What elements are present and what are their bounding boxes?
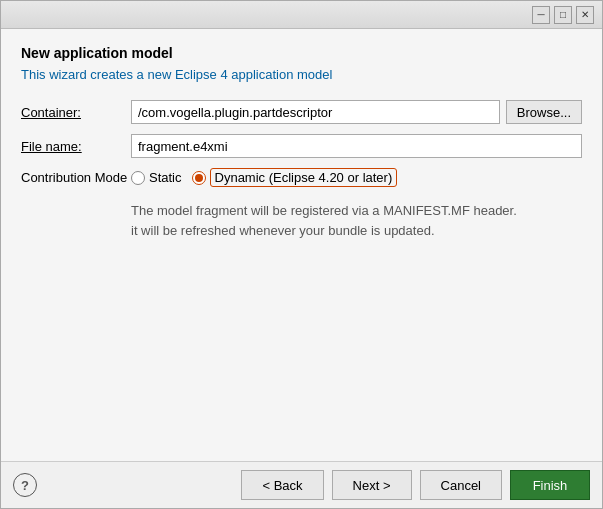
- button-row: ? < Back Next > Cancel Finish: [1, 461, 602, 508]
- dialog-window: ─ □ ✕ New application model This wizard …: [0, 0, 603, 509]
- container-row: Container: Browse...: [21, 100, 582, 124]
- static-radio[interactable]: [131, 171, 145, 185]
- dynamic-radio[interactable]: [192, 171, 206, 185]
- contribution-row: Contribution Mode Static Dynamic (Eclips…: [21, 168, 582, 187]
- maximize-button[interactable]: □: [554, 6, 572, 24]
- finish-button[interactable]: Finish: [510, 470, 590, 500]
- description-box: The model fragment will be registered vi…: [131, 201, 561, 240]
- back-button[interactable]: < Back: [241, 470, 323, 500]
- filename-label: File name:: [21, 139, 131, 154]
- radio-group: Static Dynamic (Eclipse 4.20 or later): [131, 168, 397, 187]
- description-line2: it will be refreshed whenever your bundl…: [131, 221, 561, 241]
- static-radio-item[interactable]: Static: [131, 170, 182, 185]
- dialog-subtitle: This wizard creates a new Eclipse 4 appl…: [21, 67, 582, 82]
- container-input[interactable]: [131, 100, 500, 124]
- container-label: Container:: [21, 105, 131, 120]
- help-button[interactable]: ?: [13, 473, 37, 497]
- close-button[interactable]: ✕: [576, 6, 594, 24]
- dialog-title: New application model: [21, 45, 582, 61]
- dynamic-radio-item[interactable]: Dynamic (Eclipse 4.20 or later): [192, 168, 398, 187]
- next-button[interactable]: Next >: [332, 470, 412, 500]
- cancel-button[interactable]: Cancel: [420, 470, 502, 500]
- dialog-content: New application model This wizard create…: [1, 29, 602, 461]
- filename-row: File name:: [21, 134, 582, 158]
- minimize-button[interactable]: ─: [532, 6, 550, 24]
- filename-input[interactable]: [131, 134, 582, 158]
- dynamic-radio-label: Dynamic (Eclipse 4.20 or later): [210, 168, 398, 187]
- title-bar-buttons: ─ □ ✕: [532, 6, 594, 24]
- static-radio-label: Static: [149, 170, 182, 185]
- browse-button[interactable]: Browse...: [506, 100, 582, 124]
- description-line1: The model fragment will be registered vi…: [131, 201, 561, 221]
- contribution-label: Contribution Mode: [21, 170, 131, 185]
- title-bar: ─ □ ✕: [1, 1, 602, 29]
